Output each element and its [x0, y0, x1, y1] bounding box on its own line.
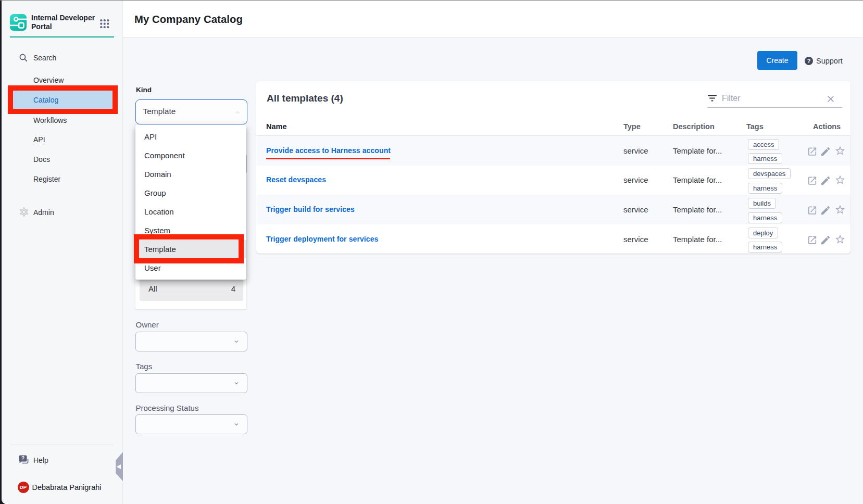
svg-text:?: ?	[21, 456, 24, 461]
